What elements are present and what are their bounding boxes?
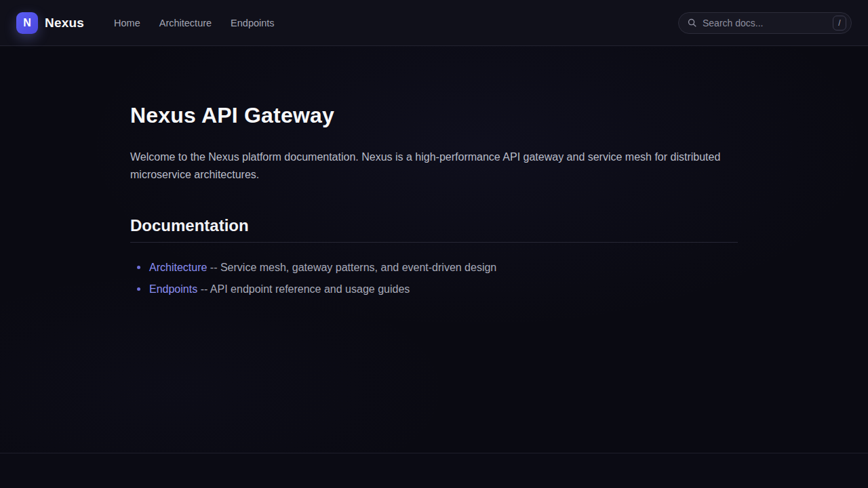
navbar: N Nexus Home Architecture Endpoints /	[0, 0, 868, 46]
brand-name[interactable]: Nexus	[45, 16, 84, 30]
page: N Nexus Home Architecture Endpoints / Ne…	[0, 0, 868, 488]
doc-link-list: Architecture -- Service mesh, gateway pa…	[130, 260, 738, 298]
doc-link-endpoints[interactable]: Endpoints	[149, 283, 197, 295]
doc-link-architecture[interactable]: Architecture	[149, 262, 207, 273]
section-title-documentation: Documentation	[130, 216, 738, 243]
primary-nav: Home Architecture Endpoints	[114, 18, 275, 28]
footer	[0, 453, 868, 488]
search-shortcut-badge: /	[833, 16, 846, 30]
list-item-endpoints: Endpoints -- API endpoint reference and …	[130, 281, 738, 298]
nav-link-home[interactable]: Home	[114, 18, 140, 28]
main-content: Nexus API Gateway Welcome to the Nexus p…	[0, 46, 868, 453]
doc-link-endpoints-description: -- API endpoint reference and usage guid…	[201, 283, 410, 295]
doc-link-architecture-description: -- Service mesh, gateway patterns, and e…	[210, 262, 496, 273]
search-icon	[687, 18, 697, 28]
content-container: Nexus API Gateway Welcome to the Nexus p…	[130, 46, 738, 298]
intro-paragraph: Welcome to the Nexus platform documentat…	[130, 148, 738, 184]
nav-link-architecture[interactable]: Architecture	[159, 18, 212, 28]
list-item-architecture: Architecture -- Service mesh, gateway pa…	[130, 260, 738, 276]
brand-logo[interactable]: N	[16, 12, 38, 34]
nav-link-endpoints[interactable]: Endpoints	[231, 18, 275, 28]
search-box[interactable]: /	[678, 12, 852, 34]
search-input[interactable]	[703, 18, 827, 28]
page-title: Nexus API Gateway	[130, 103, 738, 128]
brand-logo-letter: N	[23, 17, 31, 29]
